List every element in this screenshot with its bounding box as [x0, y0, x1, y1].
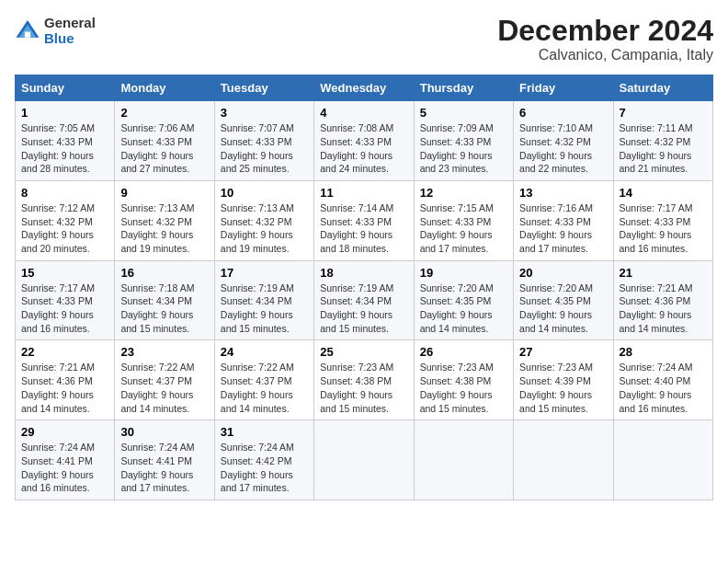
logo-icon — [15, 17, 40, 43]
day-number: 14 — [620, 186, 707, 200]
daylight-label: Daylight: 9 hours and 20 minutes. — [21, 229, 94, 254]
sunset-label: Sunset: 4:41 PM — [120, 455, 192, 466]
weekday-header-friday: Friday — [514, 75, 613, 101]
sunrise-label: Sunrise: 7:12 AM — [21, 202, 95, 213]
sunset-label: Sunset: 4:34 PM — [221, 295, 292, 306]
calendar-day-cell: 5 Sunrise: 7:09 AM Sunset: 4:33 PM Dayli… — [414, 101, 513, 181]
sunset-label: Sunset: 4:38 PM — [320, 375, 392, 386]
weekday-header-wednesday: Wednesday — [314, 75, 414, 101]
calendar-week-row: 15 Sunrise: 7:17 AM Sunset: 4:33 PM Dayl… — [16, 260, 713, 340]
day-number: 22 — [21, 345, 108, 359]
day-info: Sunrise: 7:11 AM Sunset: 4:32 PM Dayligh… — [620, 121, 707, 176]
day-number: 27 — [519, 345, 607, 359]
daylight-label: Daylight: 9 hours and 14 minutes. — [620, 309, 692, 334]
sunset-label: Sunset: 4:32 PM — [120, 216, 192, 227]
sunset-label: Sunset: 4:33 PM — [620, 216, 691, 227]
daylight-label: Daylight: 9 hours and 21 minutes. — [620, 150, 692, 175]
sunrise-label: Sunrise: 7:23 AM — [519, 362, 593, 373]
daylight-label: Daylight: 9 hours and 27 minutes. — [120, 150, 193, 175]
daylight-label: Daylight: 9 hours and 15 minutes. — [420, 389, 493, 414]
calendar-day-cell: 22 Sunrise: 7:21 AM Sunset: 4:36 PM Dayl… — [16, 340, 115, 420]
sunrise-label: Sunrise: 7:24 AM — [620, 362, 693, 373]
sunrise-label: Sunrise: 7:17 AM — [21, 282, 95, 293]
calendar-day-cell: 8 Sunrise: 7:12 AM Sunset: 4:32 PM Dayli… — [16, 180, 115, 260]
day-number: 17 — [221, 266, 308, 280]
calendar-day-cell: 23 Sunrise: 7:22 AM Sunset: 4:37 PM Dayl… — [115, 340, 214, 420]
calendar-week-row: 29 Sunrise: 7:24 AM Sunset: 4:41 PM Dayl… — [16, 420, 713, 500]
calendar-day-cell: 16 Sunrise: 7:18 AM Sunset: 4:34 PM Dayl… — [115, 260, 214, 340]
logo-text: General Blue — [44, 15, 96, 46]
day-info: Sunrise: 7:17 AM Sunset: 4:33 PM Dayligh… — [21, 282, 108, 336]
day-number: 16 — [120, 266, 208, 280]
calendar-day-cell: 27 Sunrise: 7:23 AM Sunset: 4:39 PM Dayl… — [514, 340, 613, 420]
day-number: 29 — [21, 425, 108, 439]
day-number: 18 — [320, 266, 407, 280]
sunset-label: Sunset: 4:33 PM — [21, 295, 93, 306]
daylight-label: Daylight: 9 hours and 25 minutes. — [221, 150, 293, 175]
sunset-label: Sunset: 4:36 PM — [620, 295, 691, 306]
daylight-label: Daylight: 9 hours and 14 minutes. — [221, 389, 293, 414]
sunrise-label: Sunrise: 7:13 AM — [221, 202, 294, 213]
sunset-label: Sunset: 4:33 PM — [420, 136, 492, 147]
calendar-day-cell: 9 Sunrise: 7:13 AM Sunset: 4:32 PM Dayli… — [115, 180, 214, 260]
calendar-day-cell: 26 Sunrise: 7:23 AM Sunset: 4:38 PM Dayl… — [414, 340, 513, 420]
daylight-label: Daylight: 9 hours and 14 minutes. — [21, 389, 94, 414]
day-info: Sunrise: 7:06 AM Sunset: 4:33 PM Dayligh… — [120, 121, 208, 176]
sunrise-label: Sunrise: 7:06 AM — [120, 122, 194, 133]
calendar-day-cell: 7 Sunrise: 7:11 AM Sunset: 4:32 PM Dayli… — [613, 101, 712, 181]
day-info: Sunrise: 7:18 AM Sunset: 4:34 PM Dayligh… — [120, 282, 208, 336]
day-number: 24 — [221, 345, 308, 359]
day-number: 12 — [420, 186, 507, 200]
logo: General Blue — [15, 15, 96, 46]
calendar-day-cell: 1 Sunrise: 7:05 AM Sunset: 4:33 PM Dayli… — [16, 101, 115, 181]
sunrise-label: Sunrise: 7:22 AM — [120, 362, 194, 373]
calendar-day-cell: 18 Sunrise: 7:19 AM Sunset: 4:34 PM Dayl… — [314, 260, 414, 340]
calendar-day-cell: 12 Sunrise: 7:15 AM Sunset: 4:33 PM Dayl… — [414, 180, 513, 260]
sunrise-label: Sunrise: 7:05 AM — [21, 122, 95, 133]
sunrise-label: Sunrise: 7:20 AM — [420, 282, 494, 293]
weekday-header-saturday: Saturday — [613, 75, 712, 101]
sunrise-label: Sunrise: 7:09 AM — [420, 122, 494, 133]
svg-rect-2 — [25, 32, 30, 38]
calendar-day-cell: 13 Sunrise: 7:16 AM Sunset: 4:33 PM Dayl… — [514, 180, 613, 260]
day-info: Sunrise: 7:20 AM Sunset: 4:35 PM Dayligh… — [519, 282, 607, 336]
day-info: Sunrise: 7:23 AM Sunset: 4:38 PM Dayligh… — [420, 361, 507, 415]
calendar-table: SundayMondayTuesdayWednesdayThursdayFrid… — [15, 75, 713, 500]
daylight-label: Daylight: 9 hours and 19 minutes. — [120, 229, 193, 254]
sunrise-label: Sunrise: 7:15 AM — [420, 202, 494, 213]
empty-cell — [314, 420, 414, 500]
calendar-day-cell: 14 Sunrise: 7:17 AM Sunset: 4:33 PM Dayl… — [613, 180, 712, 260]
day-info: Sunrise: 7:16 AM Sunset: 4:33 PM Dayligh… — [519, 201, 607, 256]
day-number: 7 — [620, 106, 707, 120]
weekday-header-sunday: Sunday — [16, 75, 115, 101]
day-number: 13 — [519, 186, 607, 200]
day-info: Sunrise: 7:05 AM Sunset: 4:33 PM Dayligh… — [21, 121, 108, 176]
daylight-label: Daylight: 9 hours and 24 minutes. — [320, 150, 392, 175]
daylight-label: Daylight: 9 hours and 22 minutes. — [519, 150, 592, 175]
sunrise-label: Sunrise: 7:23 AM — [320, 362, 393, 373]
day-info: Sunrise: 7:22 AM Sunset: 4:37 PM Dayligh… — [120, 361, 208, 415]
sunrise-label: Sunrise: 7:21 AM — [620, 282, 693, 293]
sunset-label: Sunset: 4:42 PM — [221, 455, 292, 466]
daylight-label: Daylight: 9 hours and 17 minutes. — [420, 229, 493, 254]
calendar-week-row: 22 Sunrise: 7:21 AM Sunset: 4:36 PM Dayl… — [16, 340, 713, 420]
day-number: 30 — [120, 425, 208, 439]
sunrise-label: Sunrise: 7:16 AM — [519, 202, 593, 213]
sunrise-label: Sunrise: 7:24 AM — [120, 442, 194, 453]
calendar-day-cell: 4 Sunrise: 7:08 AM Sunset: 4:33 PM Dayli… — [314, 101, 414, 181]
sunset-label: Sunset: 4:35 PM — [519, 295, 591, 306]
empty-cell — [514, 420, 613, 500]
month-title: December 2024 — [497, 15, 713, 47]
day-info: Sunrise: 7:22 AM Sunset: 4:37 PM Dayligh… — [221, 361, 308, 415]
daylight-label: Daylight: 9 hours and 17 minutes. — [120, 469, 193, 494]
day-info: Sunrise: 7:13 AM Sunset: 4:32 PM Dayligh… — [120, 201, 208, 256]
day-number: 2 — [120, 106, 208, 120]
calendar-week-row: 8 Sunrise: 7:12 AM Sunset: 4:32 PM Dayli… — [16, 180, 713, 260]
calendar-day-cell: 30 Sunrise: 7:24 AM Sunset: 4:41 PM Dayl… — [115, 420, 214, 500]
sunset-label: Sunset: 4:34 PM — [120, 295, 192, 306]
day-number: 23 — [120, 345, 208, 359]
day-info: Sunrise: 7:24 AM Sunset: 4:40 PM Dayligh… — [620, 361, 707, 415]
daylight-label: Daylight: 9 hours and 15 minutes. — [320, 309, 392, 334]
day-number: 26 — [420, 345, 507, 359]
day-number: 31 — [221, 425, 308, 439]
